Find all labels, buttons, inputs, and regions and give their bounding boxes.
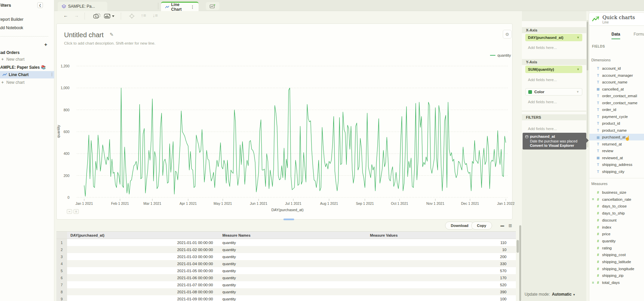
copy-button[interactable]: Copy xyxy=(471,222,492,230)
dimension-item-shipping_city[interactable]: Tshipping_city xyxy=(589,168,644,175)
color-add-fields[interactable]: Add fields here... xyxy=(528,100,557,104)
sidebar-collapse-button[interactable]: ❮ xyxy=(37,2,43,8)
table-row[interactable]: 2 2021-01-02 00:00:00 quantity 10 xyxy=(56,246,516,253)
table-row[interactable]: 3 2021-01-03 00:00:00 quantity 200 xyxy=(56,253,516,260)
line-chart-plot[interactable] xyxy=(57,24,513,220)
new-tab-button[interactable]: + xyxy=(206,2,219,10)
tab-data[interactable]: Data xyxy=(611,32,620,39)
dimension-item-shipping_address[interactable]: Tshipping_address xyxy=(589,161,644,168)
panel-scrollbar-thumb[interactable] xyxy=(587,22,588,70)
calculated-field-icon: = xyxy=(592,197,594,201)
measure-item-shipping_cost[interactable]: #shipping_cost xyxy=(589,251,644,258)
collapse-table-icon[interactable]: ▬ xyxy=(500,223,504,227)
dimension-item-account_manager[interactable]: Taccount_manager xyxy=(589,72,644,79)
text-type-icon: T xyxy=(596,94,600,98)
row-number: 9 xyxy=(56,295,67,301)
tab-sample-paper-sales[interactable]: SAMPLE: Pa... xyxy=(58,2,107,11)
update-mode-bar: Update mode:Automatic ▼ xyxy=(525,292,575,297)
zoom-reset-button[interactable]: ○ xyxy=(73,209,79,214)
tooltip-title: purchased_at xyxy=(530,134,555,138)
sidebar-item-new-chart-2[interactable]: +New chart xyxy=(0,79,54,86)
update-mode-select[interactable]: Automatic ▼ xyxy=(552,292,575,297)
col-header-measure-names[interactable]: Measure Names xyxy=(220,232,367,239)
dimension-item-payment_cycle[interactable]: Tpayment_cycle xyxy=(589,113,644,120)
dimension-item-account_id[interactable]: Taccount_id xyxy=(589,65,644,72)
zoom-out-button[interactable]: − xyxy=(67,209,72,214)
measure-item-days_to_ship[interactable]: #days_to_ship xyxy=(589,210,644,217)
x-tick-label: Nov 1 2021 xyxy=(426,201,444,205)
duplicate-cell-icon[interactable]: + xyxy=(93,13,101,20)
measure-item-quantity[interactable]: #quantity xyxy=(589,238,644,244)
table-row[interactable]: 7 2021-01-07 00:00:00 quantity 520 xyxy=(56,281,516,288)
measure-item-total_days[interactable]: =#total_days xyxy=(589,279,644,286)
table-row[interactable]: 1 2021-01-01 00:00:00 quantity 110 xyxy=(56,239,516,246)
sidebar-item-line-chart[interactable]: Line Chart xyxy=(9,72,29,77)
table-row[interactable]: 9 2021-01-09 00:00:00 quantity 100 xyxy=(56,295,516,301)
filters-section-label: FILTERS xyxy=(522,114,586,120)
color-field-row[interactable]: Color▼ xyxy=(525,88,582,96)
measure-item-shipping_latitude[interactable]: #shipping_latitude xyxy=(589,258,644,265)
sidebar-item-report-builder[interactable]: Report Builder xyxy=(0,16,54,23)
table-row[interactable]: 6 2021-01-06 00:00:00 quantity 170 xyxy=(56,274,516,281)
cell-measure-value: 390 xyxy=(367,288,510,295)
panel-scrollbar-track[interactable] xyxy=(587,20,588,147)
dimension-item-returned_at[interactable]: Treturned_at xyxy=(589,141,644,147)
x-axis-add-fields[interactable]: Add fields here... xyxy=(528,46,557,50)
dimension-item-order_id[interactable]: Torder_id xyxy=(589,106,644,113)
col-header-measure-values[interactable]: Measure Values xyxy=(367,232,510,239)
chart-type-button[interactable]: x xyxy=(104,13,115,20)
tab-menu-icon[interactable]: ⋮ xyxy=(191,5,195,9)
table-scrollbar[interactable] xyxy=(517,240,519,253)
back-button[interactable]: ← xyxy=(63,13,68,18)
measure-item-business_size[interactable]: #business_size xyxy=(589,189,644,196)
filters-add-fields[interactable]: Add fields here... xyxy=(528,127,557,131)
add-cell-handle[interactable] xyxy=(283,219,294,220)
col-header-day[interactable]: DAY(purchased_at) xyxy=(67,232,216,239)
tab-format[interactable]: Format xyxy=(634,32,644,37)
tab-line-chart[interactable]: Line Chart ⋮ xyxy=(161,2,199,11)
sort-descending-icon[interactable]: ↓≡ xyxy=(153,13,158,18)
quick-charts-card[interactable]: Quick chartsLine xyxy=(589,12,644,26)
measure-item-days_to_close[interactable]: #days_to_close xyxy=(589,203,644,209)
measure-item-shipping_longitude[interactable]: #shipping_longitude xyxy=(589,265,644,272)
forward-button[interactable]: → xyxy=(74,13,79,18)
table-row[interactable]: 4 2021-01-04 00:00:00 quantity 330 xyxy=(56,260,516,267)
dimension-item-review[interactable]: Treview xyxy=(589,147,644,154)
x-axis-pill[interactable]: DAY(purchased_at)▼ xyxy=(525,34,582,41)
sidebar-item-add-notebook[interactable]: Add Notebook xyxy=(0,24,54,31)
data-table[interactable]: DAY(purchased_at) Measure Names Measure … xyxy=(56,231,516,301)
dimension-item-account_name[interactable]: Taccount_name xyxy=(589,79,644,85)
move-cell-icon[interactable] xyxy=(129,13,135,20)
dimension-item-reviewed_at[interactable]: ▦reviewed_at xyxy=(589,155,644,161)
dimension-item-order_contact_email[interactable]: Torder_contact_email xyxy=(589,93,644,99)
sort-ascending-icon[interactable]: ↑≡ xyxy=(141,13,146,18)
sidebar-item-sample-paper-sales[interactable]: SAMPLE: Paper Sales 📚 xyxy=(0,64,54,71)
dimension-item-order_contact_name[interactable]: Torder_contact_name xyxy=(589,100,644,106)
dimension-item-product_name[interactable]: Tproduct_name xyxy=(589,127,644,134)
measure-item-discount[interactable]: #discount xyxy=(589,217,644,224)
chevron-down-icon: ▼ xyxy=(577,68,580,71)
sidebar-selected-row[interactable]: Line Chart ⋮ xyxy=(0,71,54,78)
y-axis-pill[interactable]: SUM(quantity)▼ xyxy=(525,66,582,73)
sidebar-item-new-chart-1[interactable]: +New chart xyxy=(0,56,54,63)
measure-item-cancellation_rate[interactable]: =#cancellation_rate xyxy=(589,196,644,203)
measure-item-shipping_zip[interactable]: #shipping_zip xyxy=(589,272,644,279)
dimension-item-product_id[interactable]: Tproduct_id xyxy=(589,120,644,127)
fields-divider xyxy=(589,178,644,178)
sidebar-item-bad-orders[interactable]: Bad Orders xyxy=(0,49,54,56)
dimension-item-purchased_at[interactable]: ▦purchased_at xyxy=(589,134,644,140)
expand-table-icon[interactable]: ▥ xyxy=(508,223,512,228)
measures-label: Measures xyxy=(591,182,607,186)
measure-item-index[interactable]: #index xyxy=(589,224,644,231)
y-axis-add-fields[interactable]: Add fields here... xyxy=(528,78,557,82)
main-scrollbar[interactable] xyxy=(519,225,521,301)
measure-item-price[interactable]: #price xyxy=(589,231,644,237)
download-button[interactable]: Download xyxy=(445,222,474,230)
table-row[interactable]: 8 2021-01-08 00:00:00 quantity 390 xyxy=(56,288,516,295)
dimension-item-cancelled_at[interactable]: ▦cancelled_at xyxy=(589,86,644,93)
chart-config-panel: X-Axis DAY(purchased_at)▼ Add fields her… xyxy=(522,11,586,301)
measure-item-rating[interactable]: #rating xyxy=(589,245,644,251)
table-row[interactable]: 5 2021-01-05 00:00:00 quantity 570 xyxy=(56,267,516,274)
line-chart-menu-icon[interactable]: ⋮ xyxy=(50,72,54,76)
sidebar-add-button[interactable]: + xyxy=(44,42,47,47)
